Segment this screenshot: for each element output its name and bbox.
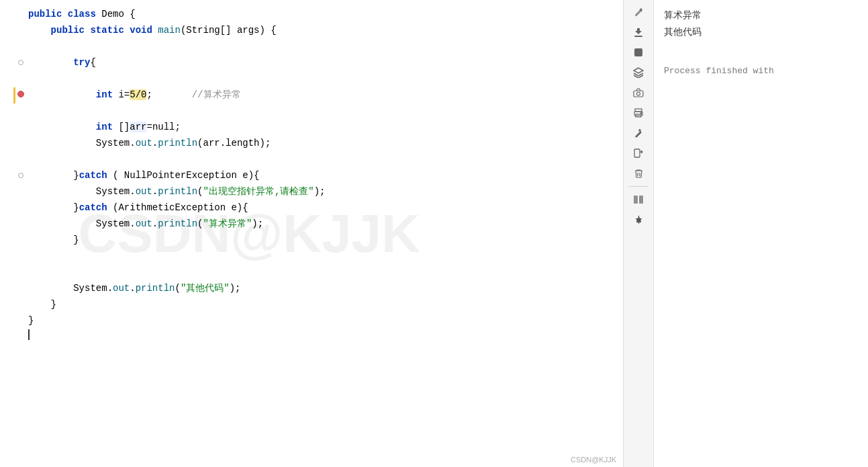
code-line-3	[13, 39, 610, 55]
code-line-17	[13, 265, 610, 281]
line-text-20: }	[28, 313, 610, 329]
right-toolbar	[623, 0, 653, 467]
line-text-13: }catch (ArithmeticException e){	[28, 200, 610, 216]
toolbar-separator	[629, 186, 648, 187]
output-panel: 算术异常 其他代码 Process finished with	[653, 0, 868, 467]
svg-rect-1	[634, 36, 642, 37]
line-text-14: System.out.println("算术异常");	[28, 216, 610, 232]
layers-button[interactable]	[628, 63, 649, 82]
svg-point-0	[640, 9, 642, 11]
svg-rect-15	[639, 196, 643, 204]
code-line-1: public class Demo {	[13, 7, 610, 23]
svg-point-8	[640, 113, 642, 114]
wrench-button[interactable]	[628, 3, 649, 22]
breakpoint-6[interactable]	[13, 91, 28, 97]
code-content: public class Demo { public static void m…	[0, 0, 623, 352]
print-button[interactable]	[628, 103, 649, 122]
magic-button[interactable]	[628, 124, 649, 142]
output-content: 算术异常 其他代码 Process finished with	[654, 0, 868, 85]
code-line-12: System.out.println("出现空指针异常,请检查");	[13, 184, 610, 200]
svg-rect-2	[634, 48, 642, 56]
output-line-4: Process finished with	[664, 63, 858, 79]
code-line-4: try{	[13, 55, 610, 71]
output-line-2: 其他代码	[664, 24, 858, 40]
code-line-11: }catch ( NullPointerException e){	[13, 168, 610, 184]
code-line-5	[13, 71, 610, 87]
export-button[interactable]	[628, 144, 649, 163]
code-line-10	[13, 152, 610, 168]
breakpoint-4[interactable]	[13, 60, 28, 65]
code-line-19: }	[13, 297, 610, 313]
stop-button[interactable]	[628, 43, 649, 62]
line-text-19: }	[28, 297, 610, 313]
breakpoint-11[interactable]	[13, 173, 28, 178]
camera-button[interactable]	[628, 83, 649, 102]
line-text-18: System.out.println("其他代码");	[28, 281, 610, 297]
code-line-20: }	[13, 313, 610, 329]
output-line-3	[664, 40, 858, 56]
code-line-6: int i=5/0; //算术异常	[13, 87, 610, 103]
line-text-2: public static void main(String[] args) {	[28, 23, 610, 39]
code-line-14: System.out.println("算术异常");	[13, 216, 610, 232]
svg-rect-3	[634, 91, 643, 97]
svg-point-4	[637, 92, 640, 95]
watermark: CSDN@KJJK	[571, 456, 616, 464]
code-line-cursor	[13, 329, 610, 345]
group-button[interactable]	[628, 190, 649, 209]
svg-rect-5	[635, 109, 642, 112]
line-text-9: System.out.println(arr.length);	[28, 136, 610, 152]
line-text-cursor	[28, 329, 610, 345]
code-line-7	[13, 103, 610, 120]
pin-button[interactable]	[628, 210, 649, 229]
line-text-8: int []arr=null;	[28, 120, 610, 136]
code-line-9: System.out.println(arr.length);	[13, 136, 610, 152]
trash-button[interactable]	[628, 164, 649, 183]
line-text-15: }	[28, 232, 610, 249]
code-line-13: }catch (ArithmeticException e){	[13, 200, 610, 216]
code-line-16	[13, 249, 610, 265]
line-text-4: try{	[28, 55, 610, 71]
code-line-15: }	[13, 232, 610, 249]
code-editor[interactable]: CSDN@KJJK public class Demo { public sta…	[0, 0, 623, 467]
line-text-1: public class Demo {	[28, 7, 610, 23]
code-line-2: public static void main(String[] args) {	[13, 23, 610, 39]
arrow-down-button[interactable]	[628, 23, 649, 42]
code-line-18: System.out.println("其他代码");	[13, 281, 610, 297]
line-text-11: }catch ( NullPointerException e){	[28, 168, 610, 184]
svg-rect-11	[634, 149, 640, 157]
output-line-1: 算术异常	[664, 7, 858, 24]
svg-rect-14	[634, 196, 638, 204]
line-text-12: System.out.println("出现空指针异常,请检查");	[28, 184, 610, 200]
code-line-8: int []arr=null;	[13, 120, 610, 136]
yellow-indicator	[13, 87, 15, 103]
line-text-6: int i=5/0; //算术异常	[28, 87, 610, 103]
